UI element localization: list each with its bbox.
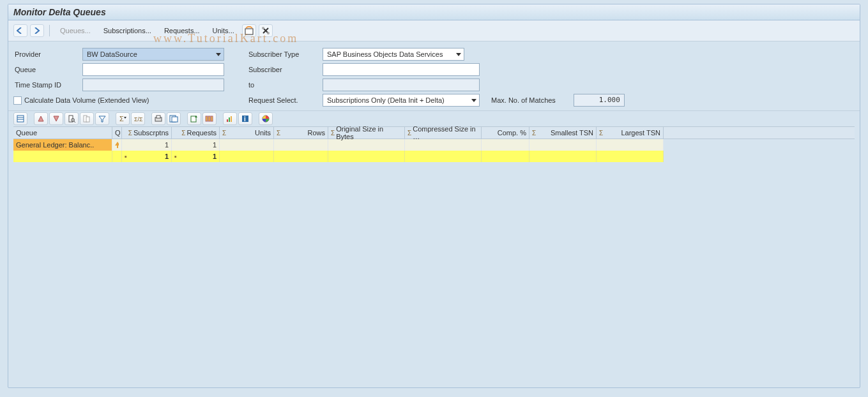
svg-text:Σ: Σ [119,115,124,123]
svg-rect-10 [86,117,89,122]
chevron-down-icon [456,53,461,56]
sort-asc-icon[interactable] [34,112,48,125]
svg-rect-0 [245,29,253,34]
cell-units [220,139,274,151]
label-request-select: Request Select. [247,96,323,104]
col-subscriptions[interactable]: ΣSubscrptns [122,127,172,139]
refresh-icon[interactable] [242,24,256,37]
cell-largest-tsn [597,139,664,151]
svg-point-2 [267,32,270,34]
svg-line-8 [74,121,75,123]
max-matches-input[interactable]: 1.000 [574,94,625,107]
svg-point-1 [262,27,264,29]
svg-rect-21 [227,119,228,122]
queue-input[interactable] [82,63,224,76]
svg-rect-16 [172,117,178,122]
label-max-matches: Max. No. of Matches [491,96,556,104]
cell-queue: General Ledger: Balanc.. [13,139,112,151]
total-requests: ▪1 [172,151,220,162]
sort-desc-icon[interactable] [49,112,63,125]
provider-select[interactable]: BW DataSource [82,48,224,61]
label-provider: Provider [13,50,82,58]
forward-button[interactable] [30,24,44,37]
cell-q-icon [112,139,122,151]
cell-smallest-tsn [529,139,597,151]
layout-icon[interactable] [202,112,217,125]
cell-comp-size [405,139,482,151]
svg-rect-20 [211,116,213,121]
info-icon[interactable]: i [238,112,252,125]
label-queue: Queue [13,66,82,73]
svg-rect-18 [206,116,208,121]
subscriber-type-value: SAP Business Objects Data Services [327,50,443,58]
find-next-icon[interactable] [80,112,94,125]
label-timestamp: Time Stamp ID [13,81,82,89]
calc-volume-checkbox[interactable] [13,96,22,105]
menu-queues[interactable]: Queues... [55,25,96,36]
label-calc-volume: Calculate Data Volume (Extended View) [24,96,149,104]
svg-rect-19 [208,116,210,121]
sum-icon[interactable]: Σ [116,112,130,125]
col-smallest-tsn[interactable]: ΣSmallest TSN [529,127,597,139]
window-title: Monitor Delta Queues [8,4,860,20]
menu-requests[interactable]: Requests... [159,25,205,36]
cell-comp-pct [482,139,529,151]
svg-text:Σ/Σ: Σ/Σ [134,116,142,123]
cell-subscriptions: 1 [122,139,172,151]
col-q[interactable]: Q [112,127,122,139]
svg-rect-23 [231,116,232,122]
col-requests[interactable]: ΣRequests [172,127,220,139]
label-subscriber-type: Subscriber Type [247,50,323,58]
svg-text:i: i [244,116,246,123]
total-subscriptions: ▪1 [122,151,172,162]
svg-rect-3 [17,116,24,122]
details-icon[interactable] [13,112,27,125]
main-window: Monitor Delta Queues Queues... Subscript… [8,4,860,388]
chevron-down-icon [216,53,221,56]
cell-orig-size [328,139,405,151]
menu-subscriptions[interactable]: Subscriptions... [98,25,156,36]
subscriber-input[interactable] [323,63,480,76]
table-totals-row: ▪1 ▪1 [13,151,855,162]
cell-requests: 1 [172,139,220,151]
menu-units[interactable]: Units... [208,25,240,36]
col-comp-pct[interactable]: Comp. % [482,127,529,139]
subtotal-icon[interactable]: Σ/Σ [131,112,145,125]
provider-value: BW DataSource [87,50,137,58]
filter-icon[interactable] [95,112,109,125]
subscriber-type-select[interactable]: SAP Business Objects Data Services [323,48,464,61]
request-select[interactable]: Subscriptions Only (Delta Init + Delta) [323,94,480,107]
svg-rect-22 [229,117,230,122]
toolbar-main: Queues... Subscriptions... Requests... U… [8,20,860,41]
grid-header: Queue Q ΣSubscrptns ΣRequests ΣUnits ΣRo… [13,126,855,139]
col-units[interactable]: ΣUnits [220,127,274,139]
to-input[interactable] [323,79,480,91]
result-grid: Queue Q ΣSubscrptns ΣRequests ΣUnits ΣRo… [13,126,855,162]
cell-rows [274,139,328,151]
tools-icon[interactable] [259,24,273,37]
views-icon[interactable] [167,112,181,125]
col-rows[interactable]: ΣRows [274,127,328,139]
col-comp-size[interactable]: ΣCompressed Size in … [405,127,482,139]
label-subscriber: Subscriber [247,66,323,73]
col-queue[interactable]: Queue [13,127,112,139]
timestamp-input[interactable] [82,79,224,91]
back-button[interactable] [13,24,27,37]
grid-toolbar: Σ Σ/Σ i [8,110,860,126]
criteria-panel: Provider BW DataSource Subscriber Type S… [8,41,860,110]
separator [49,25,50,36]
col-orig-size[interactable]: ΣOriginal Size in Bytes [328,127,405,139]
col-largest-tsn[interactable]: ΣLargest TSN [597,127,664,139]
request-select-value: Subscriptions Only (Delta Init + Delta) [327,96,445,104]
table-row[interactable]: General Ledger: Balanc.. 1 1 [13,139,855,151]
chevron-down-icon [471,99,476,102]
export-icon[interactable] [187,112,201,125]
svg-rect-14 [156,116,160,118]
print-icon[interactable] [151,112,165,125]
find-icon[interactable] [65,112,79,125]
extras-icon[interactable] [259,112,273,125]
chart-icon[interactable] [223,112,237,125]
label-to: to [247,81,323,89]
